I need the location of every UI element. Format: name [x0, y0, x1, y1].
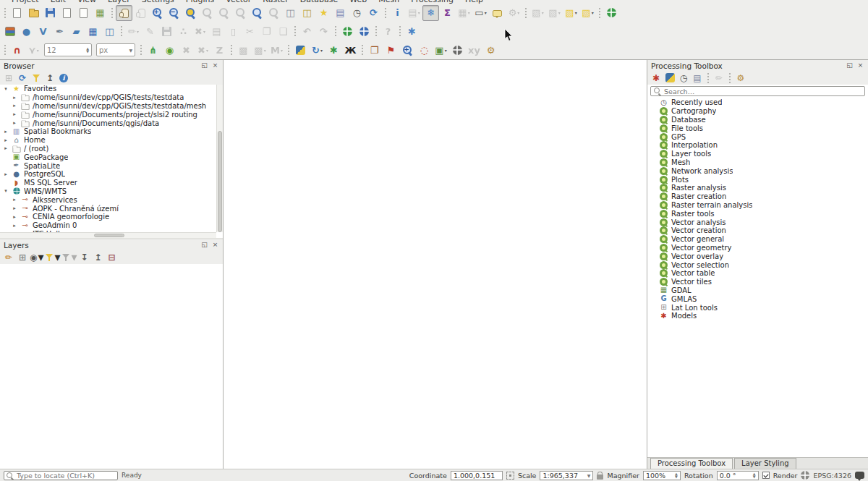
- remove-layer-button[interactable]: ⊟: [106, 251, 119, 263]
- new-spatialite-layer-button[interactable]: ✒: [51, 23, 68, 39]
- expand-arrow[interactable]: ▸: [12, 205, 17, 211]
- avoid-overlap-button[interactable]: ✖: [178, 42, 195, 58]
- expand-arrow[interactable]: ▸: [3, 171, 9, 177]
- python-scripts-menu-button[interactable]: [663, 72, 676, 84]
- layers-close-icon[interactable]: ×: [211, 241, 219, 249]
- processing-close-icon[interactable]: ×: [856, 61, 864, 69]
- add-xyz-layer-button[interactable]: [356, 23, 373, 39]
- topological-editing-button[interactable]: ◉: [161, 42, 178, 58]
- tree-item-database[interactable]: Database: [647, 116, 868, 124]
- processing-search-input[interactable]: [664, 88, 861, 95]
- expand-arrow[interactable]: ▸: [12, 197, 17, 203]
- tree-item-raster-tools[interactable]: Raster tools: [647, 209, 868, 218]
- tree-item-gdal[interactable]: ▦GDAL: [647, 286, 868, 295]
- collapse-all-layers-button[interactable]: ↥: [92, 251, 105, 263]
- refresh-browser-button[interactable]: ⟳: [16, 72, 29, 84]
- python-console-button[interactable]: [292, 42, 309, 58]
- expand-arrow[interactable]: ▾: [3, 86, 9, 92]
- scale-combo[interactable]: 1:965,337 ▼: [540, 471, 593, 480]
- mesh-checker-tool-button[interactable]: ▩: [235, 42, 252, 58]
- run-feature-action-button[interactable]: ▤▾: [406, 5, 422, 21]
- filter-by-expression-button[interactable]: ▾: [61, 251, 77, 263]
- tree-item-spatial-bookmarks[interactable]: ▸▥Spatial Bookmarks: [0, 127, 223, 136]
- tree-item-interpolation[interactable]: Interpolation: [647, 141, 868, 150]
- cad-construction-button[interactable]: ✖▾: [195, 42, 211, 58]
- tree-item-home-isunni-documents-project-slsi2-routing[interactable]: ▸/home/isunni/Documents/project/slsi2 ro…: [0, 110, 223, 119]
- tree-item-vector-general[interactable]: Vector general: [647, 235, 868, 244]
- add-group-button[interactable]: ⊞: [16, 251, 29, 263]
- processing-float-icon[interactable]: ◱: [846, 61, 854, 69]
- current-edits-button[interactable]: ✏▾: [125, 23, 142, 39]
- customize-tools-button[interactable]: ⚙: [482, 42, 499, 58]
- tree-item-vector-selection[interactable]: Vector selection: [647, 260, 868, 269]
- snapping-tolerance-steppers[interactable]: ▲▼: [86, 47, 89, 54]
- tree-item-postgresql[interactable]: ▸●PostgreSQL: [0, 170, 223, 179]
- add-feature-button[interactable]: ∴: [175, 23, 192, 39]
- browser-horizontal-scrollbar[interactable]: [0, 232, 216, 238]
- tree-item-models[interactable]: ✱Models: [647, 312, 868, 320]
- history-button[interactable]: ◷: [677, 72, 690, 84]
- tree-item-ms-sql-server[interactable]: ◗MS SQL Server: [0, 179, 223, 187]
- extents-toggle-icon[interactable]: [506, 472, 514, 480]
- snapping-toggle-button[interactable]: ∩: [9, 42, 25, 58]
- filter-browser-button[interactable]: [30, 72, 43, 84]
- snap-to-grid-button[interactable]: Z: [211, 42, 228, 58]
- tree-item-gps[interactable]: GPS: [647, 132, 868, 141]
- select-by-radius-button[interactable]: ◌: [416, 42, 433, 58]
- select-by-location-button[interactable]: ▧▾: [529, 5, 546, 21]
- tree-item-root[interactable]: ▸/ (root): [0, 145, 223, 153]
- style-manager-button[interactable]: ▦: [92, 5, 109, 21]
- expand-arrow[interactable]: ▸: [3, 145, 9, 151]
- tree-item-raster-creation[interactable]: Raster creation: [647, 192, 868, 201]
- copy-coordinates-button[interactable]: ❐: [366, 42, 383, 58]
- expand-arrow[interactable]: ▸: [12, 223, 17, 229]
- zoom-out-button[interactable]: −: [166, 5, 182, 21]
- paste-features-button[interactable]: ❑: [275, 23, 292, 39]
- new-print-layout-button[interactable]: [59, 5, 75, 21]
- tree-item-home-isunni-dev-cpp-qgis-tests-testdata[interactable]: ▸/home/isunni/dev/cpp/QGIS/tests/testdat…: [0, 93, 223, 102]
- tree-item-cartography[interactable]: Cartography: [647, 107, 868, 116]
- cut-features-button[interactable]: ✂: [242, 23, 258, 39]
- data-source-manager-button[interactable]: [1, 23, 18, 39]
- locator-input[interactable]: [4, 471, 118, 480]
- open-project-button[interactable]: [25, 5, 42, 21]
- new-geopackage-layer-button[interactable]: ●: [18, 23, 35, 39]
- magnifier-spinbox[interactable]: 100% ▲▼: [643, 471, 681, 480]
- first-aid-debugger-button[interactable]: Ж: [342, 42, 359, 58]
- metasearch-catalog-button[interactable]: [449, 42, 466, 58]
- snapping-mode-button[interactable]: ⋎▾: [25, 42, 42, 58]
- new-map-view-button[interactable]: ◫: [282, 5, 299, 21]
- mesh-digitizing-button[interactable]: M▾: [268, 42, 285, 58]
- statistical-summary-button[interactable]: Σ: [439, 5, 456, 21]
- expand-arrow[interactable]: ▸: [3, 137, 9, 143]
- refresh-map-button[interactable]: ⟳: [365, 5, 382, 21]
- select-features-button[interactable]: ❄: [422, 5, 439, 21]
- quickmapservices-plugin-button[interactable]: [603, 5, 620, 21]
- zoom-full-button[interactable]: [182, 5, 199, 21]
- expand-arrow[interactable]: ▸: [12, 111, 17, 117]
- scrollbar-thumb[interactable]: [94, 234, 124, 237]
- rotation-steppers[interactable]: ▲▼: [753, 472, 756, 479]
- show-layout-manager-button[interactable]: [75, 5, 92, 21]
- render-checkbox[interactable]: [762, 472, 770, 479]
- plugin-builder-button[interactable]: ✱: [326, 42, 342, 58]
- scale-lock-icon[interactable]: [597, 474, 603, 480]
- expand-arrow[interactable]: ▸: [12, 214, 17, 220]
- map-canvas[interactable]: [224, 60, 647, 469]
- tree-item-vector-geometry[interactable]: Vector geometry: [647, 244, 868, 252]
- map-pin-tool-button[interactable]: ⚑: [383, 42, 399, 58]
- modify-attributes-button[interactable]: ▤: [208, 23, 225, 39]
- zoom-to-native-resolution-button[interactable]: [232, 5, 249, 21]
- tree-item-vector-table[interactable]: Vector table: [647, 269, 868, 278]
- snapping-tolerance-spinbox[interactable]: 12▲▼: [44, 43, 92, 56]
- advanced-digitizing-tools-button[interactable]: ✱: [404, 23, 420, 39]
- zoom-to-selection-button[interactable]: [199, 5, 216, 21]
- xy-tools-button[interactable]: xy: [466, 42, 482, 58]
- zoom-next-button[interactable]: [265, 5, 282, 21]
- map-canvas-extent-button[interactable]: ▣▾: [433, 42, 449, 58]
- crs-status-button[interactable]: EPSG:4326: [813, 472, 851, 480]
- pan-map-button[interactable]: [116, 5, 132, 21]
- filter-legend-button[interactable]: ▾: [45, 251, 61, 263]
- undo-button[interactable]: ↶: [299, 23, 315, 39]
- dock-tab-layer-styling[interactable]: Layer Styling: [734, 458, 796, 469]
